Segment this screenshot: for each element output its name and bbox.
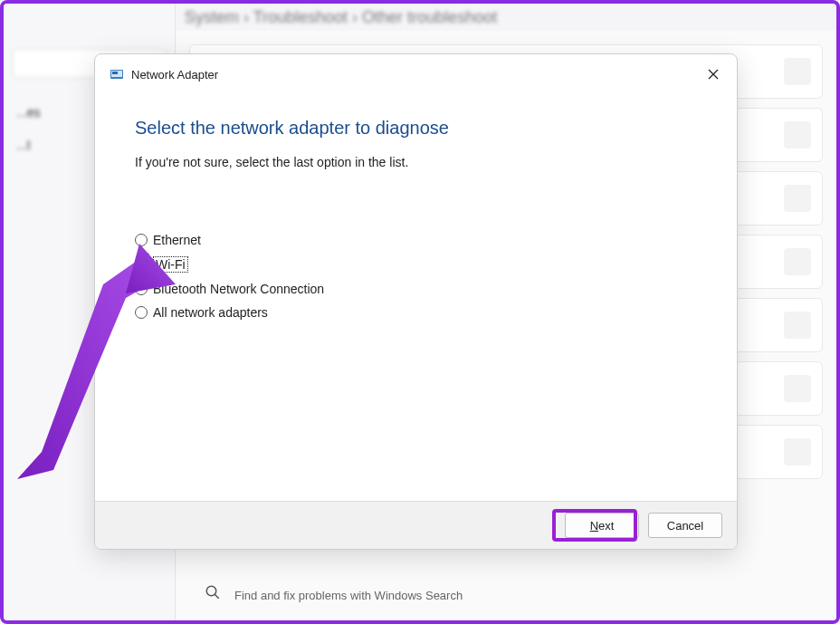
radio-icon bbox=[135, 283, 148, 295]
svg-point-0 bbox=[206, 586, 216, 596]
radio-icon bbox=[135, 306, 148, 319]
dialog-heading: Select the network adapter to diagnose bbox=[135, 118, 697, 139]
network-adapter-dialog: Network Adapter Select the network adapt… bbox=[94, 53, 738, 550]
help-text: Find and fix problems with Windows Searc… bbox=[234, 589, 463, 602]
network-adapter-icon bbox=[110, 67, 124, 82]
radio-label: Bluetooth Network Connection bbox=[153, 282, 324, 296]
dialog-body: Select the network adapter to diagnose I… bbox=[95, 89, 737, 501]
next-button[interactable]: Next bbox=[565, 513, 639, 538]
svg-line-1 bbox=[215, 594, 219, 599]
dialog-footer: Next Cancel bbox=[95, 501, 737, 549]
radio-label: All network adapters bbox=[153, 305, 268, 320]
radio-wifi[interactable]: Wi-Fi bbox=[135, 256, 697, 273]
radio-icon bbox=[135, 258, 148, 271]
dialog-subtext: If you're not sure, select the last opti… bbox=[135, 155, 697, 169]
svg-rect-4 bbox=[112, 72, 118, 74]
radio-icon bbox=[135, 234, 148, 246]
search-icon bbox=[205, 584, 221, 604]
dialog-title: Network Adapter bbox=[131, 68, 218, 82]
dialog-header: Network Adapter bbox=[95, 54, 737, 89]
radio-label: Wi-Fi bbox=[153, 256, 188, 273]
radio-label: Ethernet bbox=[153, 233, 201, 247]
close-button[interactable] bbox=[702, 63, 724, 85]
radio-all-adapters[interactable]: All network adapters bbox=[135, 305, 697, 320]
cancel-button[interactable]: Cancel bbox=[648, 513, 722, 538]
radio-bluetooth[interactable]: Bluetooth Network Connection bbox=[135, 282, 697, 296]
adapter-radio-group: Ethernet Wi-Fi Bluetooth Network Connect… bbox=[135, 233, 697, 320]
close-icon bbox=[708, 69, 719, 80]
radio-ethernet[interactable]: Ethernet bbox=[135, 233, 697, 247]
